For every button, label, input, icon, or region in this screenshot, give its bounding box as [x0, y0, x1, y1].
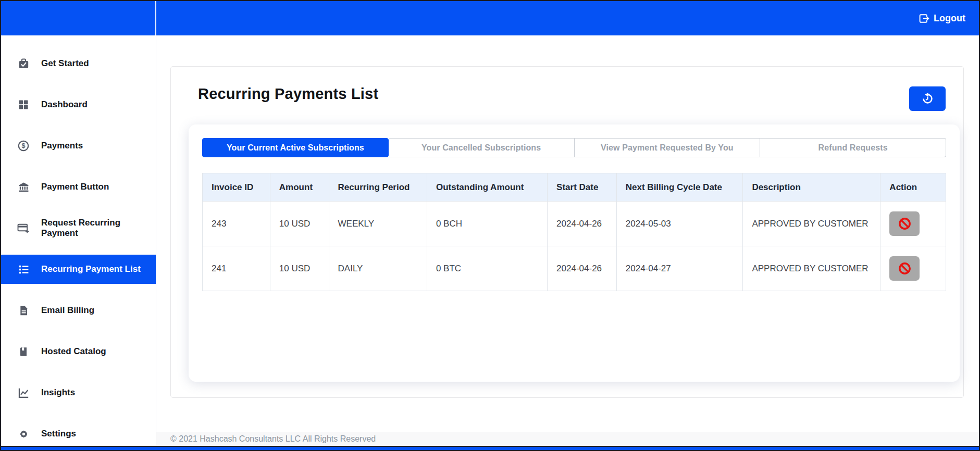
cell-next-billing-cycle-date: 2024-04-27 [616, 246, 743, 291]
logout-label: Logout [934, 13, 965, 24]
gear-icon [17, 428, 30, 440]
ban-icon [898, 261, 912, 275]
sidebar-item-payments[interactable]: $ Payments [1, 131, 156, 160]
list-icon [17, 264, 30, 275]
col-recurring-period: Recurring Period [329, 173, 427, 202]
sidebar-topbar-divider [155, 1, 156, 35]
page-title: Recurring Payments List [198, 85, 378, 103]
col-action: Action [880, 173, 946, 202]
cell-start-date: 2024-04-26 [548, 202, 617, 246]
col-start-date: Start Date [548, 173, 617, 202]
cell-invoice-id: 241 [203, 246, 270, 291]
cell-recurring-period: WEEKLY [329, 202, 427, 246]
bottom-accent-strip [1, 446, 979, 450]
book-icon [17, 346, 30, 357]
col-next-billing-cycle-date: Next Billing Cycle Date [616, 173, 743, 202]
cell-recurring-period: DAILY [329, 246, 427, 291]
sidebar-item-label: Payments [41, 141, 83, 151]
file-icon [17, 305, 30, 316]
cell-action [880, 246, 946, 291]
briefcase-check-icon [17, 58, 30, 70]
dollar-circle-icon: $ [17, 140, 30, 152]
table-header-row: Invoice ID Amount Recurring Period Outst… [203, 173, 946, 202]
sidebar-item-label: Email Billing [41, 305, 94, 316]
topbar: Logout [1, 1, 979, 35]
sidebar-item-dashboard[interactable]: Dashboard [1, 90, 156, 119]
subscriptions-card: Your Current Active Subscriptions Your C… [189, 124, 960, 382]
cell-amount: 10 USD [270, 202, 329, 246]
logout-button[interactable]: Logout [919, 13, 965, 24]
cell-outstanding-amount: 0 BCH [427, 202, 547, 246]
bank-icon [17, 181, 30, 193]
history-icon [921, 92, 934, 105]
cell-description: APPROVED BY CUSTOMER [743, 246, 880, 291]
ban-icon [898, 217, 912, 231]
tab-cancelled-subscriptions[interactable]: Your Cancelled Subscriptions [389, 138, 575, 157]
dashboard-grid-icon [17, 99, 30, 110]
sidebar-item-email-billing[interactable]: Email Billing [1, 296, 156, 325]
cell-next-billing-cycle-date: 2024-05-03 [616, 202, 743, 246]
cell-start-date: 2024-04-26 [548, 246, 617, 291]
cell-action [880, 202, 946, 246]
cell-amount: 10 USD [270, 246, 329, 291]
sidebar: Get Started Dashboard $ [1, 35, 156, 446]
table-row: 243 10 USD WEEKLY 0 BCH 2024-04-26 2024-… [203, 202, 946, 246]
sidebar-item-get-started[interactable]: Get Started [1, 49, 156, 78]
refresh-history-button[interactable] [909, 86, 946, 111]
cancel-subscription-button[interactable] [889, 256, 920, 281]
sidebar-item-recurring-payment-list[interactable]: Recurring Payment List [1, 255, 156, 284]
logout-icon [919, 14, 930, 23]
table-row: 241 10 USD DAILY 0 BTC 2024-04-26 2024-0… [203, 246, 946, 291]
sidebar-item-label: Recurring Payment List [41, 264, 141, 274]
sidebar-item-label: Hosted Catalog [41, 346, 106, 357]
recurring-payments-panel: Recurring Payments List Your [170, 66, 964, 398]
subscription-tabs: Your Current Active Subscriptions Your C… [202, 138, 946, 157]
copyright-text: © 2021 Hashcash Consultants LLC All Righ… [170, 434, 376, 444]
col-amount: Amount [270, 173, 329, 202]
app-window: Logout Get Started [0, 0, 980, 451]
tab-current-active-subscriptions[interactable]: Your Current Active Subscriptions [202, 138, 389, 157]
cell-invoice-id: 243 [203, 202, 270, 246]
sidebar-item-hosted-catalog[interactable]: Hosted Catalog [1, 337, 156, 366]
tab-refund-requests[interactable]: Refund Requests [760, 138, 946, 157]
sidebar-item-label: Payment Button [41, 182, 109, 192]
sidebar-item-payment-button[interactable]: Payment Button [1, 172, 156, 202]
sidebar-item-label: Request Recurring Payment [41, 218, 143, 239]
cell-outstanding-amount: 0 BTC [427, 246, 547, 291]
sidebar-item-label: Dashboard [41, 99, 88, 110]
main-content: Recurring Payments List Your [156, 35, 979, 446]
chart-line-icon [17, 387, 30, 399]
sidebar-item-insights[interactable]: Insights [1, 378, 156, 407]
col-outstanding-amount: Outstanding Amount [427, 173, 547, 202]
col-description: Description [743, 173, 880, 202]
subscriptions-table: Invoice ID Amount Recurring Period Outst… [202, 173, 946, 291]
cancel-subscription-button[interactable] [889, 211, 920, 236]
sidebar-item-settings[interactable]: Settings [1, 419, 156, 446]
footer: © 2021 Hashcash Consultants LLC All Righ… [156, 432, 979, 446]
card-plus-icon [17, 222, 30, 234]
svg-text:$: $ [21, 142, 25, 149]
tab-view-payment-requested[interactable]: View Payment Requested By You [575, 138, 761, 157]
sidebar-item-request-recurring-payment[interactable]: Request Recurring Payment [1, 214, 156, 243]
sidebar-item-label: Get Started [41, 58, 89, 69]
sidebar-item-label: Settings [41, 429, 76, 439]
col-invoice-id: Invoice ID [203, 173, 270, 202]
cell-description: APPROVED BY CUSTOMER [743, 202, 880, 246]
sidebar-item-label: Insights [41, 387, 75, 398]
